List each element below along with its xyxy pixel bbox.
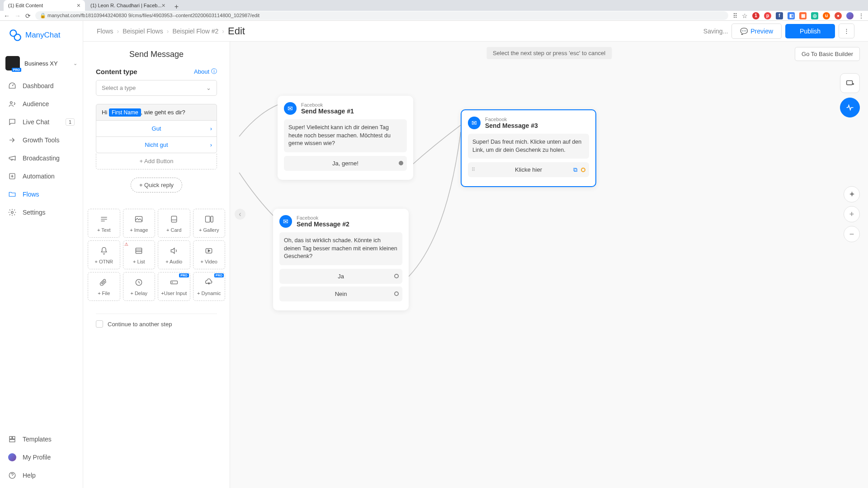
- sidebar-item-templates[interactable]: Templates: [0, 430, 83, 448]
- basic-builder-button[interactable]: Go To Basic Builder: [795, 47, 860, 61]
- forward-icon[interactable]: →: [14, 12, 21, 19]
- reload-icon[interactable]: ⟳: [25, 12, 31, 19]
- extension-icon[interactable]: u: [823, 12, 830, 19]
- flow-canvas[interactable]: Select the next step or press 'esc' to c…: [230, 42, 868, 488]
- block-image[interactable]: + Image: [123, 209, 156, 238]
- sidebar-item-dashboard[interactable]: Dashboard: [0, 77, 83, 95]
- block-dynamic[interactable]: PRO+ Dynamic: [193, 272, 226, 301]
- extension-icon[interactable]: p: [764, 12, 771, 19]
- crumb-folder[interactable]: Beispiel Flows: [123, 28, 163, 35]
- add-button-row[interactable]: + Add Button: [96, 153, 217, 169]
- extension-icon[interactable]: 1: [752, 12, 760, 19]
- sidebar-item-automation[interactable]: Automation: [0, 167, 83, 185]
- list-icon: [125, 245, 153, 256]
- browser-tab-active[interactable]: (1) Edit Content ×: [4, 0, 85, 11]
- nav-label: My Profile: [23, 454, 51, 461]
- sidebar-item-flows[interactable]: Flows: [0, 185, 83, 203]
- block-video[interactable]: + Video: [193, 240, 226, 269]
- message-text[interactable]: Hi First Name, wie geht es dir?: [96, 104, 217, 120]
- block-card[interactable]: + Card: [158, 209, 190, 238]
- node-button-ja-gerne[interactable]: Ja, gerne!: [284, 156, 407, 171]
- more-button[interactable]: ⋮: [839, 23, 854, 38]
- svg-rect-16: [170, 281, 177, 284]
- url-input[interactable]: 🔒 manychat.com/fb181039443240830 9/cms/f…: [35, 11, 728, 20]
- profile-icon[interactable]: [846, 12, 854, 19]
- block-list[interactable]: ⚠+ List: [123, 240, 156, 269]
- zoom-out-button[interactable]: −: [844, 226, 860, 242]
- about-link[interactable]: About ⓘ: [194, 67, 217, 75]
- sidebar-item-broadcasting[interactable]: Broadcasting: [0, 149, 83, 167]
- auto-arrange-button[interactable]: ✦: [844, 186, 860, 202]
- node-button-klicke-hier[interactable]: ⠿ Klicke hier ⧉: [468, 162, 589, 177]
- menu-icon[interactable]: ⋮: [858, 12, 864, 19]
- connector-dot[interactable]: [399, 161, 403, 165]
- svg-rect-10: [171, 216, 177, 222]
- block-palette: + Text + Image + Card + Gallery + OTNR ⚠…: [83, 209, 230, 301]
- continue-checkbox-row[interactable]: Continue to another step: [83, 320, 230, 328]
- zoom-controls: ✦ + −: [844, 186, 860, 242]
- extension-icon[interactable]: ●: [835, 12, 842, 19]
- block-text[interactable]: + Text: [88, 209, 120, 238]
- sidebar-item-growth[interactable]: Growth Tools: [0, 131, 83, 149]
- health-check-button[interactable]: [840, 98, 860, 117]
- chevron-right-icon: ›: [117, 28, 119, 35]
- quick-reply-button[interactable]: + Quick reply: [131, 178, 182, 192]
- node-button-label: Ja: [338, 273, 344, 280]
- zoom-in-button[interactable]: +: [844, 206, 860, 222]
- account-switcher[interactable]: PRO Business XY ⌄: [0, 50, 83, 77]
- translate-icon[interactable]: ⠿: [733, 12, 737, 19]
- flow-node-1[interactable]: ✉ Facebook Send Message #1 Super! Vielle…: [278, 96, 413, 180]
- sidebar-item-livechat[interactable]: Live Chat 1: [0, 113, 83, 131]
- continue-label: Continue to another step: [108, 321, 172, 328]
- svg-rect-5: [9, 436, 12, 439]
- sidebar-item-help[interactable]: Help: [0, 466, 83, 484]
- preview-button[interactable]: 💬 Preview: [731, 23, 782, 39]
- flow-node-2[interactable]: ✉ Facebook Send Message #2 Oh, das ist w…: [273, 209, 409, 310]
- extension-icon[interactable]: ◧: [788, 12, 795, 19]
- tab-title: (1) Edit Content: [8, 3, 43, 8]
- crumb-flow[interactable]: Beispiel Flow #2: [172, 28, 218, 35]
- browser-tab[interactable]: (1) Leon R. Chaudhari | Faceb... ×: [86, 0, 170, 11]
- block-audio[interactable]: + Audio: [158, 240, 190, 269]
- node-message: Super! Das freut mich. Klicke unten auf …: [468, 134, 589, 159]
- block-delay[interactable]: + Delay: [123, 272, 156, 301]
- content-type-select[interactable]: Select a type ⌄: [96, 80, 217, 96]
- checkbox[interactable]: [96, 320, 103, 328]
- close-icon[interactable]: ×: [77, 2, 80, 9]
- bell-icon: [90, 245, 118, 256]
- variable-chip[interactable]: First Name: [109, 108, 141, 117]
- connector-dot[interactable]: [394, 274, 399, 278]
- extension-icon[interactable]: ◎: [811, 12, 818, 19]
- button-label: Preview: [750, 28, 773, 35]
- sidebar-item-profile[interactable]: My Profile: [0, 448, 83, 466]
- sidebar-item-audience[interactable]: Audience: [0, 95, 83, 113]
- crumb-flows[interactable]: Flows: [97, 28, 113, 35]
- publish-button[interactable]: Publish: [785, 24, 835, 38]
- chevron-right-icon: ›: [210, 125, 212, 132]
- new-tab-button[interactable]: +: [171, 3, 182, 11]
- star-icon[interactable]: ☆: [742, 12, 748, 19]
- message-block[interactable]: Hi First Name, wie geht es dir? Gut › Ni…: [96, 104, 217, 153]
- close-icon[interactable]: ×: [162, 2, 165, 9]
- file-icon: [90, 277, 118, 288]
- nav-label: Settings: [23, 209, 46, 216]
- back-icon[interactable]: ←: [4, 12, 10, 19]
- audio-icon: [160, 245, 188, 256]
- messenger-icon: ✉: [468, 117, 481, 129]
- option-button-gut[interactable]: Gut ›: [96, 120, 217, 136]
- collapse-panel-button[interactable]: ‹: [235, 209, 245, 220]
- option-button-nichtgut[interactable]: Nicht gut ›: [96, 136, 217, 153]
- block-file[interactable]: + File: [88, 272, 120, 301]
- flow-node-3[interactable]: ✉ Facebook Send Message #3 Super! Das fr…: [461, 109, 596, 187]
- connector-dot[interactable]: [394, 291, 399, 296]
- extension-icon[interactable]: f: [776, 12, 783, 19]
- extension-icon[interactable]: ▦: [799, 12, 807, 19]
- connector-dot[interactable]: [581, 168, 585, 172]
- block-gallery[interactable]: + Gallery: [193, 209, 226, 238]
- add-node-button[interactable]: [840, 73, 860, 93]
- node-button-ja[interactable]: Ja: [279, 269, 402, 284]
- block-userinput[interactable]: PRO+User Input: [158, 272, 190, 301]
- sidebar-item-settings[interactable]: Settings: [0, 203, 83, 221]
- node-button-nein[interactable]: Nein: [279, 286, 402, 301]
- block-otnr[interactable]: + OTNR: [88, 240, 120, 269]
